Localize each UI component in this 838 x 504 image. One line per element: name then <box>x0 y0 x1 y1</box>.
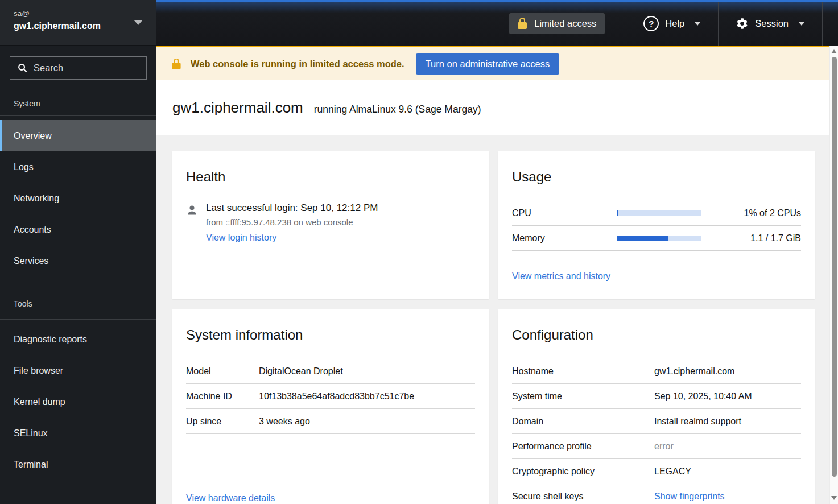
sidebar-nav: System Overview Logs Networking Accounts… <box>0 99 156 480</box>
nav-section-system: System <box>0 99 156 115</box>
scroll-down-arrow[interactable] <box>831 496 837 500</box>
last-login-line: Last successful login: Sep 10, 12:12 PM <box>206 203 378 214</box>
limited-access-label: Limited access <box>534 18 596 29</box>
chevron-down-icon <box>694 22 701 26</box>
masthead: Limited access ? Help Session <box>156 0 838 46</box>
banner-message: Web console is running in limited access… <box>191 59 404 69</box>
sidebar: sa@ gw1.ciphermail.com System Overview L… <box>0 0 156 504</box>
session-section: Session <box>718 2 822 46</box>
table-row: Performance profile error <box>512 434 801 459</box>
table-row: Hostname gw1.ciphermail.com <box>512 359 801 384</box>
domain-label: Domain <box>512 416 654 427</box>
cpu-progress-bar <box>617 210 701 216</box>
model-label: Model <box>186 366 259 377</box>
sidebar-item-overview[interactable]: Overview <box>0 120 156 151</box>
table-row: Model DigitalOcean Droplet <box>186 359 475 384</box>
view-login-history-link[interactable]: View login history <box>206 233 276 243</box>
divider <box>0 319 156 320</box>
table-row: Up since 3 weeks ago <box>186 409 475 434</box>
nav-section-tools: Tools <box>0 299 156 319</box>
health-card: Health Last successful login: Sep 10, 12… <box>172 151 489 299</box>
sidebar-item-diagnostic-reports[interactable]: Diagnostic reports <box>0 324 156 355</box>
user-icon <box>186 204 198 216</box>
limited-access-section: Limited access <box>492 2 626 46</box>
search-icon <box>18 63 27 73</box>
help-icon: ? <box>643 16 659 31</box>
up-since-label: Up since <box>186 416 259 427</box>
last-login-origin: from ::ffff:95.97.48.238 on web console <box>206 217 378 227</box>
cpu-usage-row: CPU 1% of 2 CPUs <box>512 201 801 226</box>
masthead-end <box>822 2 838 46</box>
sidebar-item-terminal[interactable]: Terminal <box>0 449 156 480</box>
sidebar-search[interactable] <box>10 56 147 80</box>
session-label: Session <box>755 18 789 29</box>
hostname-value: gw1.ciphermail.com <box>654 366 801 377</box>
domain-value: Install realmd support <box>654 416 801 427</box>
configuration-title: Configuration <box>512 327 801 344</box>
sidebar-item-networking[interactable]: Networking <box>0 183 156 214</box>
last-login-block: Last successful login: Sep 10, 12:12 PM … <box>206 203 378 243</box>
help-section: ? Help <box>626 2 718 46</box>
lock-icon <box>518 18 527 30</box>
overview-content: Health Last successful login: Sep 10, 12… <box>156 135 829 504</box>
usage-card-title: Usage <box>512 168 801 185</box>
sidebar-item-services[interactable]: Services <box>0 245 156 276</box>
crypto-policy-label: Cryptographic policy <box>512 466 654 477</box>
system-information-card: System information Model DigitalOcean Dr… <box>172 309 489 504</box>
show-fingerprints-link[interactable]: Show fingerprints <box>654 491 801 502</box>
table-row: System time Sep 10, 2025, 10:40 AM <box>512 384 801 409</box>
hostname-label: Hostname <box>512 366 654 377</box>
current-host: gw1.ciphermail.com <box>14 19 143 34</box>
view-metrics-link[interactable]: View metrics and history <box>512 271 610 282</box>
table-row: Cryptographic policy LEGACY <box>512 459 801 484</box>
scroll-up-arrow[interactable] <box>831 49 837 53</box>
memory-usage-value: 1.1 / 1.7 GiB <box>701 233 801 243</box>
sidebar-item-accounts[interactable]: Accounts <box>0 214 156 245</box>
session-menu-button[interactable]: Session <box>736 2 805 46</box>
lock-icon <box>172 58 180 69</box>
scrollbar-thumb[interactable] <box>832 57 837 477</box>
divider <box>0 115 156 116</box>
machine-id-label: Machine ID <box>186 391 259 402</box>
view-hardware-details-link[interactable]: View hardware details <box>186 493 275 503</box>
host-switcher[interactable]: sa@ gw1.ciphermail.com <box>0 0 156 46</box>
chevron-down-icon <box>134 20 143 25</box>
system-information-table: Model DigitalOcean Droplet Machine ID 10… <box>186 359 475 434</box>
gear-icon <box>736 17 749 30</box>
table-row: Secure shell keys Show fingerprints <box>512 484 801 504</box>
performance-profile-value: error <box>654 441 801 452</box>
system-time-label: System time <box>512 391 654 402</box>
usage-table: CPU 1% of 2 CPUs Memory 1.1 / 1.7 GiB <box>512 201 801 251</box>
crypto-policy-value: LEGACY <box>654 466 801 477</box>
table-row: Domain Install realmd support <box>512 409 801 434</box>
memory-label: Memory <box>512 233 617 243</box>
memory-progress-bar <box>617 236 701 241</box>
search-input[interactable] <box>34 63 139 73</box>
os-release: running AlmaLinux 9.6 (Sage Margay) <box>314 104 481 115</box>
help-label: Help <box>665 18 684 29</box>
limited-access-banner: Web console is running in limited access… <box>156 46 829 80</box>
ssh-keys-label: Secure shell keys <box>512 491 654 502</box>
turn-on-admin-access-button[interactable]: Turn on administrative access <box>416 53 560 75</box>
usage-card: Usage CPU 1% of 2 CPUs Memory 1.1 / 1.7 … <box>498 151 815 299</box>
machine-id-value: 10f13b38a5e64af8adcd83bb7c51c7be <box>259 391 475 402</box>
system-information-title: System information <box>186 327 475 344</box>
vertical-scrollbar[interactable] <box>829 46 838 504</box>
configuration-table: Hostname gw1.ciphermail.com System time … <box>512 359 801 504</box>
table-row: Machine ID 10f13b38a5e64af8adcd83bb7c51c… <box>186 384 475 409</box>
cpu-label: CPU <box>512 208 617 218</box>
configuration-card: Configuration Hostname gw1.ciphermail.co… <box>498 309 815 504</box>
help-menu-button[interactable]: ? Help <box>643 2 701 46</box>
memory-usage-row: Memory 1.1 / 1.7 GiB <box>512 226 801 251</box>
sidebar-item-logs[interactable]: Logs <box>0 151 156 183</box>
page-header: gw1.ciphermail.com running AlmaLinux 9.6… <box>156 80 829 135</box>
page-title: gw1.ciphermail.com <box>172 99 303 117</box>
sidebar-item-selinux[interactable]: SELinux <box>0 418 156 449</box>
up-since-value: 3 weeks ago <box>259 416 475 427</box>
limited-access-button[interactable]: Limited access <box>509 13 605 34</box>
health-card-title: Health <box>186 168 475 185</box>
sidebar-item-file-browser[interactable]: File browser <box>0 355 156 386</box>
masthead-spacer <box>156 2 492 46</box>
chevron-down-icon <box>798 22 805 26</box>
sidebar-item-kernel-dump[interactable]: Kernel dump <box>0 386 156 418</box>
